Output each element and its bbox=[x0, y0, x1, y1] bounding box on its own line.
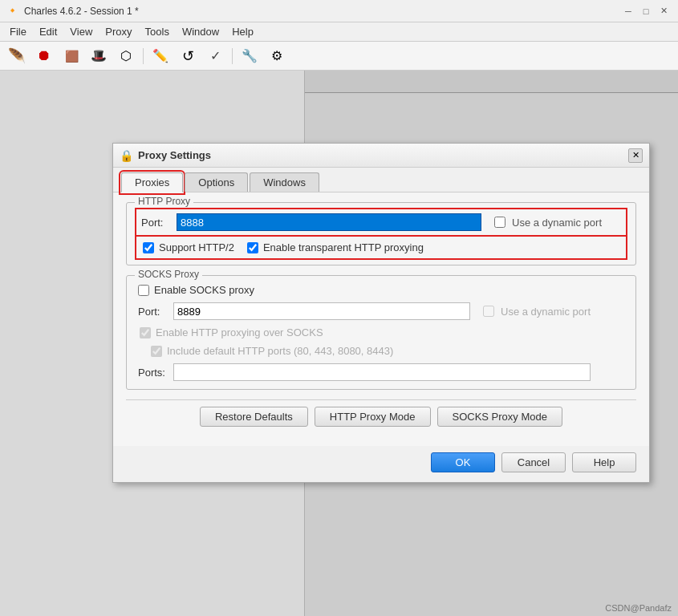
refresh-button[interactable]: ↺ bbox=[176, 45, 200, 67]
enable-transparent-checkbox[interactable] bbox=[247, 242, 258, 253]
use-dynamic-port-socks-checkbox[interactable] bbox=[483, 306, 494, 317]
maximize-button[interactable]: □ bbox=[638, 3, 654, 19]
menu-bar: File Edit View Proxy Tools Window Help bbox=[0, 22, 678, 42]
socks-proxy-label: SOCKS Proxy bbox=[135, 269, 202, 280]
enable-transparent-row: Enable transparent HTTP proxying bbox=[247, 241, 424, 253]
menu-window[interactable]: Window bbox=[176, 24, 225, 39]
http-proxy-group: HTTP Proxy Port: Use a dynamic port Supp… bbox=[126, 202, 636, 265]
enable-http-over-socks-checkbox[interactable] bbox=[140, 327, 151, 338]
check-button[interactable]: ✓ bbox=[203, 45, 227, 67]
use-dynamic-port-http-label: Use a dynamic port bbox=[512, 217, 602, 229]
socks-ports-label: Ports: bbox=[138, 367, 167, 379]
menu-tools[interactable]: Tools bbox=[139, 24, 176, 39]
use-dynamic-port-socks-label: Use a dynamic port bbox=[501, 306, 591, 318]
include-default-ports-checkbox[interactable] bbox=[151, 346, 162, 357]
enable-http-over-socks-row: Enable HTTP proxying over SOCKS bbox=[140, 326, 624, 338]
http-proxy-mode-button[interactable]: HTTP Proxy Mode bbox=[315, 407, 431, 427]
enable-transparent-label: Enable transparent HTTP proxying bbox=[263, 241, 424, 253]
support-http2-row: Support HTTP/2 bbox=[143, 241, 234, 253]
include-default-ports-label: Include default HTTP ports (80, 443, 808… bbox=[167, 345, 393, 357]
include-default-ports-checkbox-row: Include default HTTP ports (80, 443, 808… bbox=[151, 345, 393, 357]
enable-socks-checkbox-row: Enable SOCKS proxy bbox=[138, 284, 254, 296]
http-port-input[interactable] bbox=[177, 213, 481, 231]
hexagon-button[interactable]: ⬡ bbox=[114, 45, 138, 67]
action-buttons-row: Restore Defaults HTTP Proxy Mode SOCKS P… bbox=[126, 399, 636, 436]
window-controls: ─ □ ✕ bbox=[620, 3, 672, 19]
socks-ports-row: Ports: bbox=[138, 363, 624, 381]
pen-button[interactable]: ✏️ bbox=[148, 45, 173, 67]
minimize-button[interactable]: ─ bbox=[620, 3, 636, 19]
dialog-tab-options[interactable]: Options bbox=[185, 172, 248, 192]
toolbar: 🪶 ⏺ 🟫 🎩 ⬡ ✏️ ↺ ✓ 🔧 ⚙ bbox=[0, 42, 678, 71]
dialog-footer: OK Cancel Help bbox=[113, 446, 649, 482]
enable-http-over-socks-label: Enable HTTP proxying over SOCKS bbox=[156, 326, 323, 338]
enable-socks-row: Enable SOCKS proxy bbox=[138, 284, 624, 296]
use-dynamic-port-http-checkbox[interactable] bbox=[494, 217, 505, 228]
socks-port-label: Port: bbox=[138, 306, 167, 318]
menu-edit[interactable]: Edit bbox=[33, 24, 63, 39]
restore-defaults-button[interactable]: Restore Defaults bbox=[200, 407, 308, 427]
dialog-tab-windows[interactable]: Windows bbox=[250, 172, 319, 192]
feather-button[interactable]: 🪶 bbox=[5, 45, 29, 67]
menu-file[interactable]: File bbox=[3, 24, 33, 39]
help-button[interactable]: Help bbox=[572, 452, 636, 472]
close-button[interactable]: ✕ bbox=[656, 3, 672, 19]
ok-button[interactable]: OK bbox=[431, 452, 495, 472]
enable-socks-checkbox[interactable] bbox=[138, 285, 149, 296]
proxy-settings-dialog: 🔒 Proxy Settings ✕ Proxies Options Windo… bbox=[112, 143, 650, 483]
toolbar-separator2 bbox=[232, 48, 233, 64]
toolbar-separator bbox=[143, 48, 144, 64]
stop-button[interactable]: 🟫 bbox=[59, 45, 83, 67]
title-bar: 🔸 Charles 4.6.2 - Session 1 * ─ □ ✕ bbox=[0, 0, 678, 22]
menu-proxy[interactable]: Proxy bbox=[99, 24, 138, 39]
dialog-tabs: Proxies Options Windows bbox=[113, 168, 649, 192]
gear-button[interactable]: ⚙ bbox=[265, 45, 289, 67]
dialog-icon: 🔒 bbox=[120, 149, 133, 162]
enable-http-over-socks-checkbox-row: Enable HTTP proxying over SOCKS bbox=[140, 326, 323, 338]
socks-proxy-mode-button[interactable]: SOCKS Proxy Mode bbox=[437, 407, 563, 427]
enable-socks-label: Enable SOCKS proxy bbox=[154, 284, 254, 296]
app-icon: 🔸 bbox=[6, 5, 19, 18]
cancel-button[interactable]: Cancel bbox=[501, 452, 566, 472]
include-default-ports-row: Include default HTTP ports (80, 443, 808… bbox=[151, 345, 624, 357]
dialog-close-button[interactable]: ✕ bbox=[628, 148, 643, 163]
main-area: Structure Sequence 🔒 Proxy Settings ✕ Pr… bbox=[0, 71, 678, 616]
dialog-content: HTTP Proxy Port: Use a dynamic port Supp… bbox=[113, 192, 649, 446]
menu-view[interactable]: View bbox=[63, 24, 99, 39]
socks-port-input[interactable] bbox=[173, 302, 470, 320]
socks-ports-input[interactable] bbox=[173, 363, 591, 381]
support-http2-label: Support HTTP/2 bbox=[159, 241, 234, 253]
record-button[interactable]: ⏺ bbox=[32, 45, 56, 67]
window-title: Charles 4.6.2 - Session 1 * bbox=[24, 6, 615, 17]
wrench-button[interactable]: 🔧 bbox=[238, 45, 262, 67]
http-port-label: Port: bbox=[141, 217, 170, 229]
dialog-titlebar: 🔒 Proxy Settings ✕ bbox=[113, 144, 649, 168]
http-proxy-label: HTTP Proxy bbox=[135, 196, 193, 207]
socks-port-row: Port: Use a dynamic port bbox=[138, 302, 624, 320]
http-port-row: Port: Use a dynamic port bbox=[138, 211, 624, 233]
menu-help[interactable]: Help bbox=[225, 24, 260, 39]
socks-proxy-group: SOCKS Proxy Enable SOCKS proxy Port: Use… bbox=[126, 275, 636, 390]
dialog-tab-proxies[interactable]: Proxies bbox=[121, 172, 183, 192]
dialog-title: Proxy Settings bbox=[138, 149, 623, 161]
support-http2-checkbox[interactable] bbox=[143, 242, 154, 253]
hat-button[interactable]: 🎩 bbox=[87, 45, 111, 67]
